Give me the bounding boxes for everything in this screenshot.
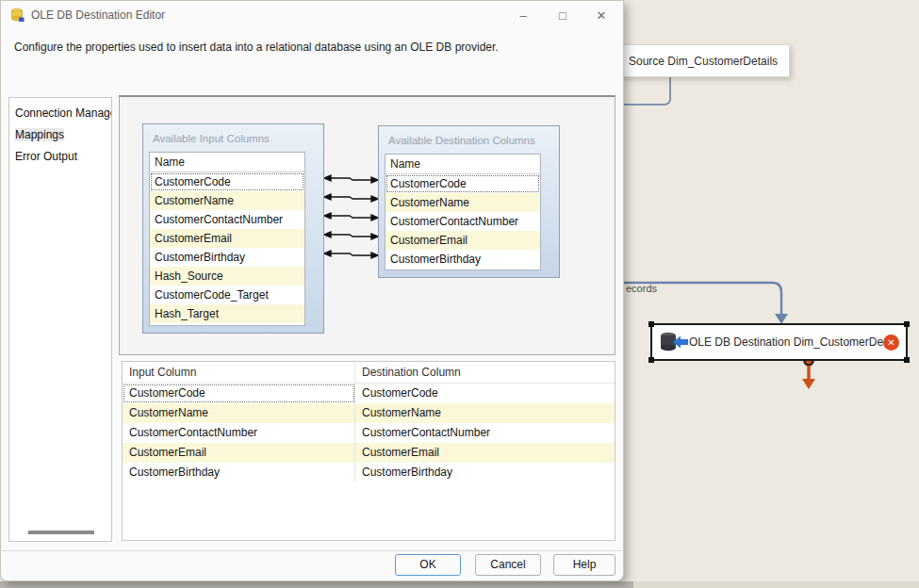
input-box-title: Available Input Columns bbox=[153, 133, 270, 144]
ok-button[interactable]: OK bbox=[395, 554, 461, 576]
database-destination-icon bbox=[659, 331, 689, 353]
mapping-table: Input Column Destination Column Customer… bbox=[122, 361, 615, 541]
sidebar: Connection Manage Mappings Error Output bbox=[8, 97, 112, 542]
table-cell-destination[interactable]: CustomerCode bbox=[355, 384, 615, 403]
table-row[interactable]: CustomerBirthday CustomerBirthday bbox=[123, 463, 615, 482]
input-column-row[interactable]: CustomerBirthday bbox=[150, 248, 304, 267]
maximize-icon[interactable]: □ bbox=[544, 1, 582, 29]
input-columns-list: Name CustomerCode CustomerName CustomerC… bbox=[149, 152, 305, 326]
table-row[interactable]: CustomerName CustomerName bbox=[123, 403, 615, 423]
destination-column-row[interactable]: CustomerName bbox=[386, 193, 540, 212]
data-flow-path-label: ecords bbox=[626, 283, 657, 294]
destination-node-label: OLE DB Destination Dim_CustomerDetails bbox=[689, 335, 883, 349]
table-cell-destination[interactable]: CustomerName bbox=[355, 403, 615, 423]
cancel-button[interactable]: Cancel bbox=[475, 554, 541, 576]
help-button[interactable]: Help bbox=[553, 554, 615, 576]
table-cell-input[interactable]: CustomerName bbox=[123, 403, 355, 423]
horizontal-scrollbar-thumb[interactable] bbox=[28, 531, 94, 534]
header-input-column: Input Column bbox=[123, 362, 355, 383]
screen: Source Dim_CustomerDetails ecords OLE DB… bbox=[0, 0, 919, 588]
destination-columns-list: Name CustomerCode CustomerName CustomerC… bbox=[385, 154, 541, 270]
ole-db-destination-editor-dialog: OLE DB Destination Editor – □ ✕ Configur… bbox=[0, 0, 624, 581]
selection-handle[interactable] bbox=[648, 321, 654, 327]
destination-column-row[interactable]: CustomerBirthday bbox=[386, 250, 540, 269]
table-row[interactable]: CustomerCode CustomerCode bbox=[123, 384, 615, 403]
table-cell-destination[interactable]: CustomerBirthday bbox=[355, 463, 615, 482]
mapping-connectors[interactable] bbox=[324, 123, 378, 279]
input-column-row[interactable]: CustomerEmail bbox=[150, 229, 304, 248]
footer-separator bbox=[2, 550, 622, 551]
input-column-row[interactable]: Hash_Source bbox=[150, 267, 304, 286]
sidebar-item-mappings[interactable]: Mappings bbox=[9, 125, 111, 144]
sidebar-item-connection-manager[interactable]: Connection Manage bbox=[9, 104, 111, 122]
dialog-title: OLE DB Destination Editor bbox=[31, 1, 165, 29]
package-icon bbox=[10, 8, 25, 23]
minimize-icon[interactable]: – bbox=[504, 1, 542, 29]
error-icon[interactable]: ✕ bbox=[883, 335, 899, 351]
table-row[interactable]: CustomerEmail CustomerEmail bbox=[123, 443, 615, 463]
input-column-row[interactable]: CustomerName bbox=[150, 191, 304, 210]
header-destination-column: Destination Column bbox=[355, 362, 615, 383]
destination-node[interactable]: OLE DB Destination Dim_CustomerDetails ✕ bbox=[650, 323, 908, 361]
close-icon[interactable]: ✕ bbox=[583, 1, 620, 29]
table-cell-input[interactable]: CustomerCode bbox=[123, 384, 355, 403]
input-list-header: Name bbox=[150, 153, 304, 172]
selection-handle[interactable] bbox=[648, 357, 654, 363]
dialog-description: Configure the properties used to insert … bbox=[14, 41, 499, 54]
table-row[interactable]: CustomerContactNumber CustomerContactNum… bbox=[123, 423, 615, 443]
input-column-row[interactable]: CustomerCode bbox=[150, 172, 304, 191]
available-destination-columns-box[interactable]: Available Destination Columns Name Custo… bbox=[378, 125, 560, 278]
selection-handle[interactable] bbox=[904, 357, 910, 363]
destination-column-row[interactable]: CustomerEmail bbox=[386, 231, 540, 250]
destination-column-row[interactable]: CustomerContactNumber bbox=[386, 212, 540, 231]
table-cell-destination[interactable]: CustomerEmail bbox=[355, 443, 615, 463]
table-cell-input[interactable]: CustomerEmail bbox=[123, 443, 355, 463]
destination-box-title: Available Destination Columns bbox=[388, 135, 535, 146]
selection-handle[interactable] bbox=[904, 321, 910, 327]
mapping-table-header: Input Column Destination Column bbox=[123, 362, 615, 384]
source-node[interactable]: Source Dim_CustomerDetails bbox=[609, 44, 790, 77]
title-bar[interactable]: OLE DB Destination Editor – □ ✕ bbox=[1, 1, 623, 29]
available-input-columns-box[interactable]: Available Input Columns Name CustomerCod… bbox=[142, 123, 324, 334]
taskbar-strip bbox=[0, 581, 633, 588]
table-cell-destination[interactable]: CustomerContactNumber bbox=[355, 423, 615, 443]
taskbar-strip bbox=[633, 581, 919, 588]
destination-column-row[interactable]: CustomerCode bbox=[386, 174, 540, 193]
source-node-label: Source Dim_CustomerDetails bbox=[629, 55, 778, 68]
table-cell-input[interactable]: CustomerContactNumber bbox=[123, 423, 355, 443]
destination-list-header: Name bbox=[386, 155, 540, 174]
table-cell-input[interactable]: CustomerBirthday bbox=[123, 463, 355, 482]
sidebar-item-error-output[interactable]: Error Output bbox=[9, 147, 111, 166]
input-column-row[interactable]: CustomerContactNumber bbox=[150, 210, 304, 229]
input-column-row[interactable]: CustomerCode_Target bbox=[150, 286, 304, 304]
input-column-row[interactable]: Hash_Target bbox=[150, 304, 304, 323]
